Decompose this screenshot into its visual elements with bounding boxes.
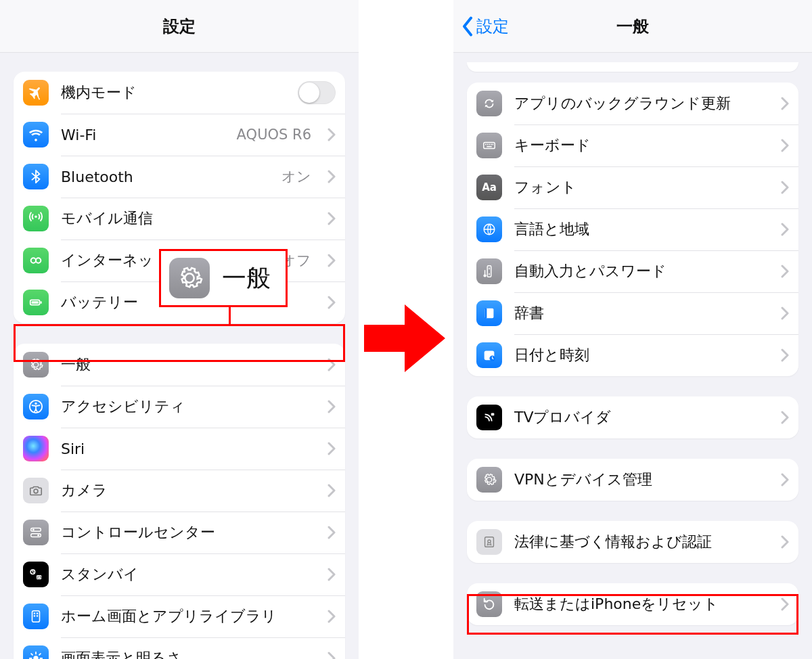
- row-general[interactable]: 一般: [14, 344, 345, 386]
- row-font[interactable]: Aa フォント: [467, 166, 798, 208]
- row-cellular[interactable]: モバイル通信: [14, 198, 345, 240]
- svg-rect-22: [485, 144, 487, 145]
- row-label: 日付と時刻: [514, 345, 769, 365]
- chevron-right-icon: [781, 181, 789, 194]
- row-label: 一般: [61, 355, 315, 375]
- camera-icon: [23, 478, 49, 503]
- svg-rect-17: [37, 615, 38, 616]
- row-label: Bluetooth: [61, 168, 269, 185]
- row-label: 画面表示と明るさ: [61, 648, 315, 659]
- svg-rect-8: [31, 534, 41, 537]
- row-label: VPNとデバイス管理: [514, 470, 769, 490]
- back-button[interactable]: 設定: [460, 0, 509, 52]
- row-camera[interactable]: カメラ: [14, 470, 345, 512]
- row-home-screen[interactable]: ホーム画面とアプリライブラリ: [14, 595, 345, 637]
- svg-point-38: [488, 540, 491, 543]
- chevron-right-icon: [781, 97, 789, 110]
- chevron-right-icon: [781, 223, 789, 236]
- row-label: ホーム画面とアプリライブラリ: [61, 606, 315, 627]
- row-label: スタンバイ: [61, 564, 315, 585]
- prev-group-edge: [467, 62, 798, 72]
- chevron-right-icon: [328, 484, 336, 497]
- row-label: Wi-Fi: [61, 127, 225, 143]
- svg-rect-32: [485, 309, 487, 319]
- row-vpn[interactable]: VPNとデバイス管理: [467, 459, 798, 501]
- general-group-vpn: VPNとデバイス管理: [467, 459, 798, 501]
- step-arrow-icon: [364, 301, 445, 376]
- standby-icon: 23: [23, 562, 49, 587]
- autofill-icon: [476, 258, 502, 284]
- chevron-right-icon: [328, 442, 336, 455]
- calendar-icon: [476, 342, 502, 368]
- airplane-toggle[interactable]: [298, 81, 336, 104]
- brightness-icon: [23, 645, 49, 659]
- row-label: キーボード: [514, 135, 769, 156]
- general-group-legal: 法律に基づく情報および認証: [467, 521, 798, 563]
- svg-rect-16: [34, 615, 35, 616]
- chevron-right-icon: [781, 265, 789, 278]
- certificate-icon: [476, 529, 502, 555]
- accessibility-icon: [23, 394, 49, 419]
- chevron-right-icon: [328, 652, 336, 659]
- row-accessibility[interactable]: アクセシビリティ: [14, 386, 345, 428]
- svg-rect-14: [34, 613, 35, 614]
- row-display[interactable]: 画面表示と明るさ: [14, 637, 345, 659]
- phone-settings: 設定 機内モード Wi-Fi AQUOS R6: [0, 0, 359, 659]
- chevron-right-icon: [781, 306, 789, 320]
- siri-icon: [23, 436, 49, 461]
- row-siri[interactable]: Siri: [14, 428, 345, 470]
- font-icon: Aa: [476, 175, 502, 200]
- row-label: Siri: [61, 440, 315, 457]
- row-label: 自動入力とパスワード: [514, 261, 769, 281]
- gear-icon: [476, 467, 502, 493]
- general-scroll[interactable]: アプリのバックグラウンド更新 キーボード Aa フォント 言語と地域: [453, 53, 812, 625]
- svg-rect-21: [484, 142, 495, 148]
- chevron-right-icon: [781, 535, 789, 549]
- row-bluetooth[interactable]: Bluetooth オン: [14, 156, 345, 198]
- general-group-reset: 転送またはiPhoneをリセット: [467, 583, 798, 625]
- svg-rect-26: [493, 144, 494, 145]
- row-label: コントロールセンター: [61, 522, 315, 543]
- general-group-1: アプリのバックグラウンド更新 キーボード Aa フォント 言語と地域: [467, 83, 798, 376]
- hotspot-icon: [23, 248, 49, 273]
- chevron-right-icon: [781, 411, 789, 424]
- row-keyboard[interactable]: キーボード: [467, 124, 798, 166]
- globe-icon: [476, 217, 502, 242]
- row-label: アプリのバックグラウンド更新: [514, 93, 769, 114]
- row-airplane-mode[interactable]: 機内モード: [14, 72, 345, 114]
- svg-point-9: [37, 535, 39, 537]
- general-group-tv: TVプロバイダ: [467, 396, 798, 438]
- control-center-icon: [23, 520, 49, 545]
- row-label: TVプロバイダ: [514, 407, 769, 428]
- header: 設定 一般: [453, 0, 812, 53]
- bluetooth-icon: [23, 164, 49, 189]
- svg-rect-37: [485, 537, 494, 547]
- chevron-right-icon: [781, 473, 789, 486]
- refresh-icon: [476, 91, 502, 116]
- row-control-center[interactable]: コントロールセンター: [14, 512, 345, 553]
- header-title: 設定: [163, 16, 196, 37]
- row-background-refresh[interactable]: アプリのバックグラウンド更新: [467, 83, 798, 124]
- row-standby[interactable]: 23 スタンバイ: [14, 553, 345, 595]
- chevron-right-icon: [781, 348, 789, 362]
- chevron-right-icon: [781, 597, 789, 611]
- header: 設定: [0, 0, 359, 53]
- row-datetime[interactable]: 日付と時刻: [467, 334, 798, 376]
- row-dictionary[interactable]: 辞書: [467, 292, 798, 334]
- row-wifi[interactable]: Wi-Fi AQUOS R6: [14, 114, 345, 156]
- row-language[interactable]: 言語と地域: [467, 208, 798, 250]
- row-legal[interactable]: 法律に基づく情報および認証: [467, 521, 798, 563]
- row-transfer-reset[interactable]: 転送またはiPhoneをリセット: [467, 583, 798, 625]
- wifi-icon: [23, 122, 49, 147]
- chevron-right-icon: [328, 212, 336, 225]
- reset-icon: [476, 591, 502, 617]
- row-tv-provider[interactable]: TVプロバイダ: [467, 396, 798, 438]
- row-label: フォント: [514, 177, 769, 198]
- callout-general: 一般: [159, 249, 288, 307]
- svg-point-18: [33, 656, 38, 659]
- tv-provider-icon: [476, 405, 502, 430]
- row-autofill[interactable]: 自動入力とパスワード: [467, 250, 798, 292]
- gear-icon: [23, 352, 49, 378]
- settings-scroll[interactable]: 機内モード Wi-Fi AQUOS R6 Bluetooth: [0, 53, 359, 659]
- chevron-right-icon: [328, 170, 336, 183]
